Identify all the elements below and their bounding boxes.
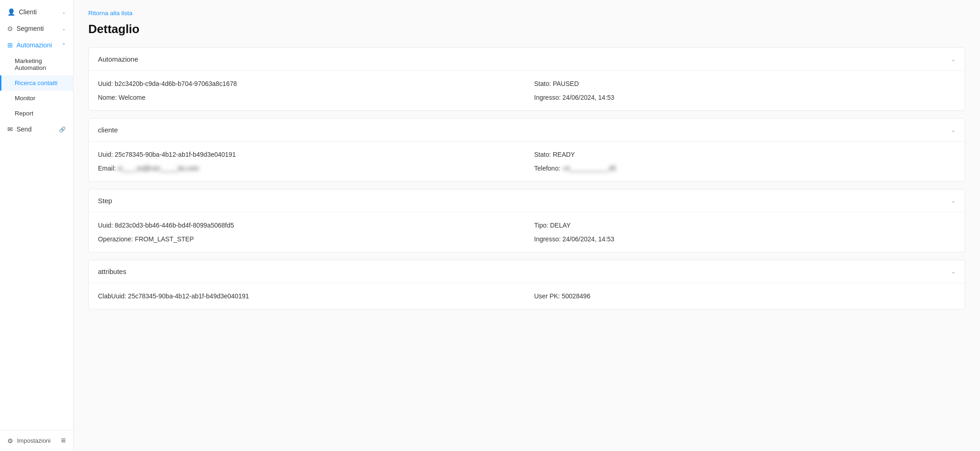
cliente-row-1: Uuid: 25c78345-90ba-4b12-ab1f-b49d3e0401… — [98, 151, 956, 158]
step-row-2: Operazione: FROM_LAST_STEP Ingresso: 24/… — [98, 235, 956, 243]
automazione-row-1: Uuid: b2c3420b-c9da-4d6b-b704-97063a8c16… — [98, 80, 956, 87]
step-ingresso: Ingresso: 24/06/2024, 14:53 — [534, 235, 956, 243]
cliente-email: Email: vi____os@con_____bs.com — [98, 165, 520, 172]
automazione-card-body: Uuid: b2c3420b-c9da-4d6b-b704-97063a8c16… — [89, 71, 965, 110]
sidebar: Clienti ⌄ Segmenti ⌄ Automazioni ⌃ Marke… — [0, 0, 74, 451]
sidebar-subitem-ricerca-contatti[interactable]: Ricerca contatti — [0, 75, 73, 91]
automazione-row-2: Nome: Welcome Ingresso: 24/06/2024, 14:5… — [98, 94, 956, 101]
attributes-card-title: attributes — [98, 268, 126, 275]
cliente-stato: Stato: READY — [534, 151, 956, 158]
attributes-userpk: User PK: 50028496 — [534, 292, 956, 300]
sidebar-nav: Clienti ⌄ Segmenti ⌄ Automazioni ⌃ Marke… — [0, 0, 73, 430]
sidebar-item-clienti[interactable]: Clienti ⌄ — [0, 4, 73, 20]
automazione-chevron-icon: ⌄ — [951, 56, 956, 63]
sidebar-segmenti-label: Segmenti — [17, 25, 44, 32]
cliente-card: cliente ⌄ Uuid: 25c78345-90ba-4b12-ab1f-… — [88, 118, 965, 182]
attributes-card: attributes ⌄ ClabUuid: 25c78345-90ba-4b1… — [88, 260, 965, 309]
attributes-card-body: ClabUuid: 25c78345-90ba-4b12-ab1f-b49d3e… — [89, 283, 965, 309]
settings-nav-item[interactable]: Impostazioni — [7, 437, 51, 445]
step-card: Step ⌄ Uuid: 8d23c0d3-bb46-446b-bd4f-809… — [88, 189, 965, 252]
sidebar-item-send[interactable]: Send — [0, 121, 73, 137]
sidebar-item-automazioni[interactable]: Automazioni ⌃ — [0, 37, 73, 53]
attributes-row-1: ClabUuid: 25c78345-90ba-4b12-ab1f-b49d3e… — [98, 292, 956, 300]
person-icon — [7, 8, 15, 16]
sidebar-send-label: Send — [17, 126, 32, 133]
automazione-card: Automazione ⌄ Uuid: b2c3420b-c9da-4d6b-b… — [88, 47, 965, 111]
back-link[interactable]: Ritorna alla lista — [88, 10, 132, 17]
send-icon — [7, 126, 13, 133]
step-row-1: Uuid: 8d23c0d3-bb46-446b-bd4f-8099a5068f… — [98, 222, 956, 229]
cliente-chevron-icon: ⌄ — [951, 127, 956, 133]
step-operazione: Operazione: FROM_LAST_STEP — [98, 235, 520, 243]
clienti-chevron-icon: ⌄ — [62, 9, 66, 15]
automazione-nome: Nome: Welcome — [98, 94, 520, 101]
main-content: Ritorna alla lista Dettaglio Automazione… — [74, 0, 980, 451]
sidebar-subitem-report[interactable]: Report — [0, 106, 73, 121]
sidebar-automazioni-label: Automazioni — [17, 41, 52, 49]
page-title: Dettaglio — [88, 22, 965, 36]
step-chevron-icon: ⌄ — [951, 198, 956, 204]
attributes-chevron-icon: ⌄ — [951, 268, 956, 275]
automazioni-submenu: Marketing Automation Ricerca contatti Mo… — [0, 53, 73, 121]
step-card-title: Step — [98, 197, 112, 205]
automation-icon — [7, 41, 13, 49]
step-card-body: Uuid: 8d23c0d3-bb46-446b-bd4f-8099a5068f… — [89, 212, 965, 252]
step-tipo: Tipo: DELAY — [534, 222, 956, 229]
settings-label: Impostazioni — [17, 437, 51, 444]
automazione-card-header[interactable]: Automazione ⌄ — [89, 48, 965, 71]
sidebar-item-segmenti[interactable]: Segmenti ⌄ — [0, 20, 73, 37]
segment-icon — [7, 25, 13, 32]
segmenti-chevron-icon: ⌄ — [62, 26, 66, 32]
cliente-row-2: Email: vi____os@con_____bs.com Telefono:… — [98, 165, 956, 172]
cliente-card-header[interactable]: cliente ⌄ — [89, 119, 965, 142]
cliente-telefono: Telefono: +4___________45 — [534, 165, 956, 172]
settings-icon — [7, 437, 13, 445]
step-uuid: Uuid: 8d23c0d3-bb46-446b-bd4f-8099a5068f… — [98, 222, 520, 229]
cliente-uuid: Uuid: 25c78345-90ba-4b12-ab1f-b49d3e0401… — [98, 151, 520, 158]
automazione-uuid: Uuid: b2c3420b-c9da-4d6b-b704-97063a8c16… — [98, 80, 520, 87]
attributes-clabuuid: ClabUuid: 25c78345-90ba-4b12-ab1f-b49d3e… — [98, 292, 520, 300]
cliente-email-label: Email: — [98, 165, 118, 172]
automazione-card-title: Automazione — [98, 55, 138, 63]
attributes-card-header[interactable]: attributes ⌄ — [89, 260, 965, 283]
cliente-card-body: Uuid: 25c78345-90ba-4b12-ab1f-b49d3e0401… — [89, 142, 965, 181]
sidebar-subitem-marketing-automation[interactable]: Marketing Automation — [0, 53, 73, 75]
sidebar-clienti-label: Clienti — [19, 8, 37, 16]
automazioni-chevron-icon: ⌃ — [62, 42, 66, 48]
cliente-email-value: vi____os@con_____bs.com — [118, 165, 199, 172]
cliente-card-title: cliente — [98, 126, 118, 134]
cliente-telefono-label: Telefono: — [534, 165, 562, 172]
automazione-ingresso: Ingresso: 24/06/2024, 14:53 — [534, 94, 956, 101]
automazione-stato: Stato: PAUSED — [534, 80, 956, 87]
sidebar-footer: Impostazioni — [0, 430, 73, 451]
cliente-telefono-value: +4___________45 — [562, 165, 616, 172]
step-card-header[interactable]: Step ⌄ — [89, 189, 965, 212]
sidebar-subitem-monitor[interactable]: Monitor — [0, 91, 73, 106]
menu-icon[interactable] — [61, 436, 66, 445]
link-icon — [59, 126, 66, 133]
